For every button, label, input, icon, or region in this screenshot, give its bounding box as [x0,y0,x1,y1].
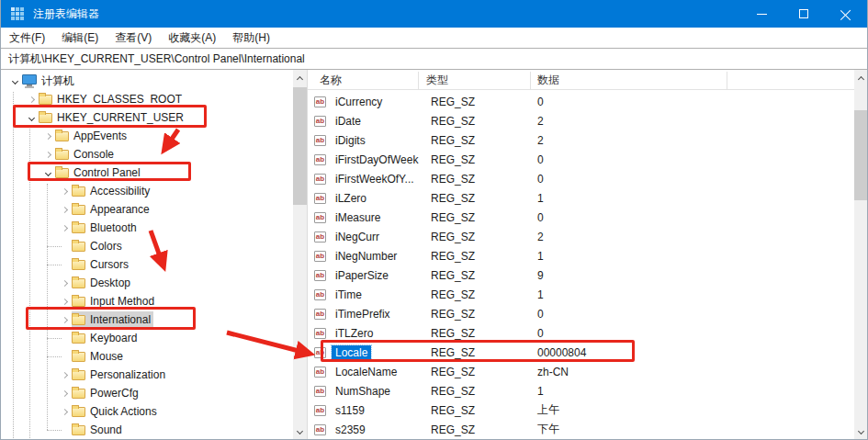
value-name-cell[interactable]: abiNegCurr [308,227,419,246]
value-row-localename[interactable]: abLocaleNameREG_SZzh-CN [308,362,856,381]
tree-item-content[interactable]: PowerCfg [72,385,141,401]
tree-item-content[interactable]: Bluetooth [72,220,140,236]
maximize-button[interactable] [783,0,825,28]
tree-item-control-panel[interactable]: Control Panel [1,164,294,182]
collapsed-chevron-icon[interactable] [59,406,70,417]
collapsed-chevron-icon[interactable] [59,186,70,197]
tree-item-content[interactable]: Accessibility [72,183,152,199]
list-scrollbar[interactable] [854,70,867,440]
value-row-inegcurr[interactable]: abiNegCurrREG_SZ2 [308,227,856,246]
value-name-cell[interactable]: abiCurrency [308,92,419,111]
column-header-name[interactable]: 名称 [308,72,419,89]
tree-item-计算机[interactable]: 计算机 [1,72,294,90]
tree-item-hkey-current-user[interactable]: HKEY_CURRENT_USER [1,108,294,127]
menu-item[interactable]: 文件(F) [1,28,53,48]
value-row-ilzero[interactable]: abiLZeroREG_SZ1 [308,188,856,208]
value-row-locale[interactable]: abLocaleREG_SZ00000804 [308,343,856,362]
expanded-chevron-icon[interactable] [26,112,37,123]
tree-scrollbar-thumb[interactable] [293,87,307,205]
value-row-ipapersize[interactable]: abiPaperSizeREG_SZ9 [308,265,856,285]
scroll-up-button[interactable] [293,70,307,85]
tree-item-console[interactable]: Console [1,145,294,164]
tree-item-bluetooth[interactable]: Bluetooth [1,219,294,237]
tree-item-content[interactable]: Sound [72,422,125,438]
tree-item-content[interactable]: 计算机 [22,73,77,89]
tree-item-content[interactable]: Input Method [72,293,157,310]
list-scrollbar-thumb[interactable] [854,110,867,200]
menu-item[interactable]: 查看(V) [107,28,160,48]
value-row-ifirstdayofweek[interactable]: abiFirstDayOfWeekREG_SZ0 [308,150,856,169]
tree-scrollbar[interactable] [293,70,307,440]
value-name-cell[interactable]: abs1159 [308,401,419,420]
collapsed-chevron-icon[interactable] [26,94,37,105]
collapsed-chevron-icon[interactable] [42,130,53,141]
minimize-button[interactable] [740,0,783,28]
value-row-idigits[interactable]: abiDigitsREG_SZ2 [308,130,856,150]
tree-item-mouse[interactable]: Mouse [1,347,294,366]
tree-item-sound[interactable]: Sound [1,421,294,439]
value-name-cell[interactable]: abiPaperSize [308,265,419,285]
tree-item-content[interactable]: Colors [72,238,125,254]
tree-item-content[interactable]: Cursors [72,256,131,273]
tree-item-hkey-classes-root[interactable]: HKEY_CLASSES_ROOT [1,90,294,108]
tree-item-content[interactable]: HKEY_CURRENT_USER [39,109,186,126]
address-bar[interactable]: 计算机\HKEY_CURRENT_USER\Control Panel\Inte… [1,48,867,70]
tree-item-powercfg[interactable]: PowerCfg [1,384,294,402]
value-name-cell[interactable]: abiTLZero [308,323,419,343]
tree-item-cursors[interactable]: Cursors [1,255,294,274]
tree-item-quick-actions[interactable]: Quick Actions [1,402,294,421]
tree-item-keyboard[interactable]: Keyboard [1,329,294,347]
menu-item[interactable]: 帮助(H) [224,28,278,48]
value-row-itime[interactable]: abiTimeREG_SZ1 [308,285,856,304]
value-row-idate[interactable]: abiDateREG_SZ2 [308,111,856,130]
tree-item-international[interactable]: International [1,310,294,329]
value-name-cell[interactable]: abiFirstDayOfWeek [308,150,419,169]
tree-item-appearance[interactable]: Appearance [1,200,294,219]
tree-item-colors[interactable]: Colors [1,237,294,255]
tree-item-accessibility[interactable]: Accessibility [1,182,294,200]
close-button[interactable] [825,0,867,28]
value-name-cell[interactable]: abLocale [308,343,419,362]
collapsed-chevron-icon[interactable] [59,369,70,380]
value-row-s2359[interactable]: abs2359REG_SZ下午 [308,420,856,439]
scroll-down-button[interactable] [293,424,307,440]
scroll-up-button[interactable] [854,70,867,85]
tree-item-personalization[interactable]: Personalization [1,366,294,384]
value-row-itimeprefix[interactable]: abiTimePrefixREG_SZ0 [308,304,856,323]
tree-item-content[interactable]: Control Panel [55,164,143,181]
value-row-s1159[interactable]: abs1159REG_SZ上午 [308,401,856,420]
column-header-data[interactable]: 数据 [531,72,727,89]
tree-item-content[interactable]: Desktop [72,275,133,291]
collapsed-chevron-icon[interactable] [59,388,70,399]
value-row-imeasure[interactable]: abiMeasureREG_SZ0 [308,208,856,227]
value-name-cell[interactable]: abiTimePrefix [308,304,419,323]
expanded-chevron-icon[interactable] [9,75,20,86]
tree-item-desktop[interactable]: Desktop [1,274,294,292]
value-name-cell[interactable]: abNumShape [308,381,419,401]
value-name-cell[interactable]: abiMeasure [308,208,419,227]
value-name-cell[interactable]: abLocaleName [308,362,419,381]
value-row-icurrency[interactable]: abiCurrencyREG_SZ0 [308,92,856,111]
tree-item-content[interactable]: Keyboard [72,330,140,346]
value-name-cell[interactable]: abiDate [308,111,419,130]
menu-item[interactable]: 编辑(E) [53,28,107,48]
tree-item-input-method[interactable]: Input Method [1,292,294,310]
tree-item-content[interactable]: Console [55,146,117,163]
collapsed-chevron-icon[interactable] [59,222,70,233]
menu-item[interactable]: 收藏夹(A) [160,28,224,48]
value-row-inegnumber[interactable]: abiNegNumberREG_SZ1 [308,246,856,265]
expanded-chevron-icon[interactable] [42,167,53,178]
value-name-cell[interactable]: abiDigits [308,130,419,150]
scroll-down-button[interactable] [854,424,867,440]
value-name-cell[interactable]: abiFirstWeekOfY... [308,169,419,188]
value-name-cell[interactable]: abiLZero [308,188,419,208]
collapsed-chevron-icon[interactable] [59,296,70,307]
value-name-cell[interactable]: abiNegNumber [308,246,419,265]
column-header-type[interactable]: 类型 [419,72,531,89]
value-name-cell[interactable]: abiTime [308,285,419,304]
collapsed-chevron-icon[interactable] [59,204,70,215]
tree-item-content[interactable]: HKEY_CLASSES_ROOT [39,91,185,107]
collapsed-chevron-icon[interactable] [42,149,53,160]
selected-tree-item[interactable]: International [72,311,153,328]
value-row-itlzero[interactable]: abiTLZeroREG_SZ0 [308,323,856,343]
